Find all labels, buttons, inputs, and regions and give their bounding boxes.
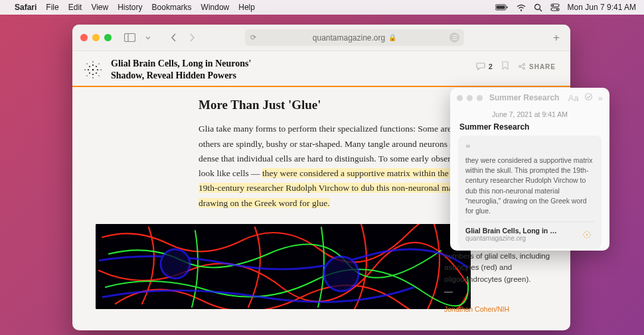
note-source-domain: quantamagazine.org: [465, 235, 574, 242]
more-toolbar-icon[interactable]: »: [598, 93, 603, 103]
article-figure: [96, 224, 471, 309]
menu-view[interactable]: View: [91, 3, 108, 12]
bookmark-button[interactable]: [502, 60, 509, 72]
minimize-window-button[interactable]: [92, 34, 100, 41]
back-button[interactable]: [165, 31, 182, 45]
menu-window[interactable]: Window: [201, 3, 230, 12]
figure-credit: Jonathan Cohen/NIH: [444, 304, 550, 315]
svg-point-4: [534, 4, 540, 9]
svg-point-45: [584, 237, 585, 237]
new-tab-button[interactable]: +: [550, 31, 562, 45]
note-source-logo: [580, 227, 594, 242]
comments-button[interactable]: 2: [476, 62, 493, 70]
svg-point-15: [88, 69, 89, 70]
sidebar-button[interactable]: [121, 31, 138, 45]
note-titlebar: Summer Research Aa »: [450, 88, 609, 108]
note-link-card[interactable]: ❝ they were considered a supportive matr…: [458, 136, 602, 249]
reader-button[interactable]: ☰: [449, 33, 459, 43]
svg-point-37: [585, 94, 592, 100]
app-menu[interactable]: Safari: [15, 3, 37, 12]
note-heading: Summer Research: [450, 122, 609, 136]
note-zoom-button[interactable]: [477, 95, 483, 101]
zoom-window-button[interactable]: [104, 34, 112, 41]
lock-icon: 🔒: [388, 34, 396, 41]
note-minimize-button[interactable]: [467, 95, 473, 101]
svg-point-16: [97, 69, 98, 70]
svg-point-46: [589, 237, 590, 237]
svg-line-5: [539, 9, 542, 11]
forward-button[interactable]: [183, 31, 201, 45]
svg-point-41: [583, 234, 584, 235]
svg-point-13: [92, 64, 94, 66]
sidebar-chevron-icon[interactable]: [139, 31, 157, 45]
svg-point-28: [98, 75, 99, 76]
svg-rect-6: [551, 4, 559, 7]
checklist-icon[interactable]: [584, 92, 593, 103]
article-actions: 2 SHARE: [476, 60, 556, 72]
menubar-clock[interactable]: Mon Jun 7 9:41 AM: [568, 3, 636, 12]
svg-point-39: [586, 231, 588, 232]
svg-line-33: [521, 67, 523, 68]
menu-bookmarks[interactable]: Bookmarks: [152, 3, 192, 12]
svg-point-29: [519, 66, 521, 68]
svg-point-43: [584, 232, 585, 233]
quick-note-window: Summer Research Aa » June 7, 2021 at 9:4…: [450, 88, 609, 251]
note-date: June 7, 2021 at 9:41 AM: [450, 108, 609, 122]
wifi-icon[interactable]: [517, 4, 526, 11]
svg-point-19: [89, 72, 90, 74]
svg-rect-10: [124, 34, 135, 42]
svg-point-18: [96, 66, 97, 67]
svg-rect-1: [496, 6, 505, 9]
close-window-button[interactable]: [80, 34, 88, 41]
macos-menubar: Safari File Edit View History Bookmarks …: [0, 0, 644, 15]
figure-caption: numbers of glial cells, including astroc…: [444, 251, 550, 315]
svg-point-17: [89, 66, 90, 67]
share-icon: [518, 62, 526, 70]
comment-icon: [476, 62, 485, 70]
control-center-icon[interactable]: [550, 3, 560, 11]
svg-point-42: [590, 234, 591, 235]
svg-point-40: [586, 237, 588, 239]
svg-point-12: [92, 69, 94, 71]
svg-point-9: [556, 9, 557, 10]
svg-point-23: [84, 69, 86, 70]
svg-point-24: [100, 69, 102, 70]
svg-point-38: [586, 234, 588, 235]
menu-help[interactable]: Help: [238, 3, 255, 12]
search-icon[interactable]: [534, 3, 542, 12]
svg-point-27: [86, 75, 87, 76]
svg-point-22: [92, 77, 94, 78]
note-quote-text: they were considered a supportive matrix…: [465, 156, 594, 216]
address-bar[interactable]: ⟳ quantamagazine.org 🔒 ☰: [245, 29, 464, 46]
menu-file[interactable]: File: [46, 3, 58, 12]
format-text-icon[interactable]: Aa: [568, 93, 579, 103]
site-logo[interactable]: [83, 60, 103, 80]
url-host: quantamagazine.org: [313, 33, 385, 43]
note-window-title: Summer Research: [489, 93, 563, 102]
note-source-title: Glial Brain Cells, Long in …: [465, 227, 574, 235]
quote-icon: ❝: [465, 142, 594, 153]
svg-point-3: [521, 9, 522, 11]
svg-rect-2: [507, 7, 508, 9]
share-button[interactable]: SHARE: [518, 62, 556, 70]
window-controls: [80, 34, 112, 41]
svg-point-21: [92, 61, 94, 62]
battery-icon[interactable]: [495, 4, 509, 11]
svg-point-26: [98, 63, 99, 64]
article-title: Glial Brain Cells, Long in Neurons' Shad…: [111, 58, 251, 82]
menu-edit[interactable]: Edit: [68, 3, 82, 12]
bookmark-icon: [502, 61, 509, 70]
svg-point-31: [523, 68, 524, 70]
svg-point-44: [589, 232, 590, 233]
svg-point-7: [552, 5, 553, 6]
svg-point-30: [523, 64, 524, 66]
article-header: Glial Brain Cells, Long in Neurons' Shad…: [72, 51, 570, 87]
note-source: Glial Brain Cells, Long in … quantamagaz…: [465, 221, 594, 242]
reload-icon[interactable]: ⟳: [250, 33, 256, 42]
svg-line-32: [521, 65, 523, 66]
svg-point-20: [96, 72, 97, 74]
menu-history[interactable]: History: [118, 3, 142, 12]
svg-point-36: [324, 257, 359, 291]
svg-point-14: [92, 74, 94, 75]
note-close-button[interactable]: [457, 95, 463, 101]
